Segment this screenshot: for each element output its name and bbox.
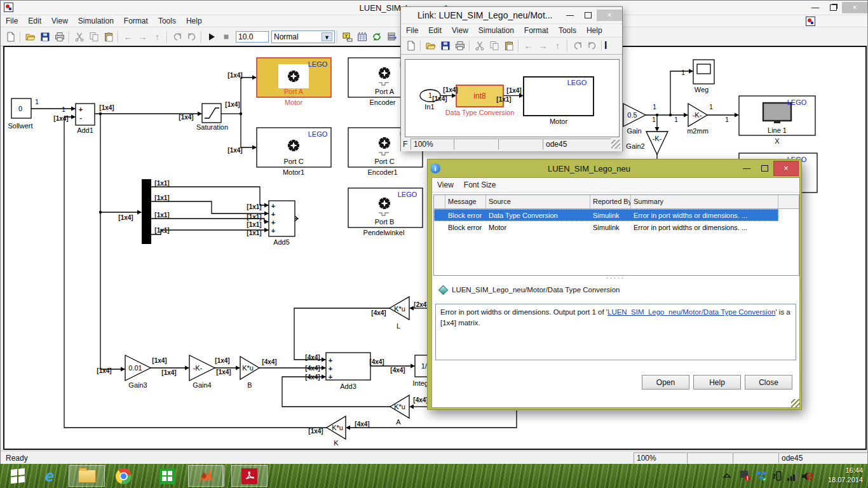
column-reported-by[interactable]: Reported By (590, 195, 631, 208)
table-row[interactable]: Block error Data Type Conversion Simulin… (434, 209, 778, 221)
taskbar-clock[interactable]: 16:44 18.07.2014 (828, 466, 863, 485)
undo-icon[interactable] (170, 30, 184, 44)
cell-reported-by: Simulink (590, 224, 631, 231)
diagnostic-titlebar[interactable]: i LUEN_SIM_Lego_neu — × (428, 159, 801, 177)
sim-stop-time-input[interactable]: 10.0 (236, 31, 269, 43)
splitter-handle[interactable]: ····· (432, 275, 799, 281)
main-menu-item[interactable]: Help (181, 15, 207, 27)
main-menu-item[interactable]: Format (119, 15, 153, 27)
back-icon[interactable]: ← (521, 39, 536, 53)
open-icon[interactable] (423, 39, 438, 53)
main-menu-item[interactable]: Edit (23, 15, 46, 27)
sim-mode-select[interactable]: Normal▼ (271, 30, 335, 43)
refresh-icon[interactable] (369, 30, 384, 44)
main-minimize-button[interactable]: — (806, 2, 824, 13)
close-button[interactable]: Close (745, 375, 792, 390)
help-button[interactable]: Help (693, 375, 741, 390)
print-icon[interactable] (52, 30, 67, 44)
error-detail-box[interactable]: Error in port widths or dimensions. Outp… (435, 304, 796, 360)
copy-icon[interactable] (487, 39, 501, 53)
main-menu-item[interactable]: File (1, 15, 23, 27)
forward-icon[interactable]: → (536, 39, 550, 53)
cut-icon[interactable] (72, 30, 86, 44)
redo-icon[interactable] (184, 30, 199, 44)
main-menu-item[interactable]: Simulation (73, 15, 119, 27)
volume-muted-icon[interactable] (801, 470, 813, 482)
new-icon[interactable] (3, 30, 18, 44)
windows-store-icon[interactable] (153, 465, 182, 487)
column-message[interactable]: Message (445, 195, 486, 208)
link-menu-item[interactable]: Format (519, 25, 553, 36)
chrome-icon[interactable] (109, 465, 137, 487)
save-icon[interactable] (37, 30, 52, 44)
paste-icon[interactable] (101, 30, 116, 44)
open-icon[interactable] (23, 30, 37, 44)
model-browser-icon[interactable] (355, 30, 369, 44)
table-row[interactable]: Block error Motor Simulink Error in port… (434, 221, 778, 233)
main-menu-item[interactable]: View (46, 15, 73, 27)
link-menu-item[interactable]: File (401, 25, 423, 36)
link-close-button[interactable]: × (597, 10, 622, 21)
main-menu-item[interactable]: Tools (153, 15, 181, 27)
link-menu-item[interactable]: View (447, 25, 473, 36)
network-signal-icon[interactable] (787, 470, 798, 482)
status-solver: ode45 (778, 452, 867, 464)
main-close-button[interactable]: × (842, 2, 867, 13)
cut-icon[interactable] (472, 39, 487, 53)
matlab-icon[interactable] (188, 465, 224, 487)
column-filler (778, 195, 799, 208)
diag-maximize-button[interactable] (756, 163, 773, 174)
block-motor-subsystem[interactable] (524, 77, 593, 116)
link-titlebar[interactable]: Link: LUEN_SIM_Lego_neu/Mot... — × (401, 7, 622, 24)
link-menu-item[interactable]: Edit (423, 25, 447, 36)
detail-block-link[interactable]: LUEN_SIM_Lego_neu/Motor/Data Type Conver… (607, 308, 775, 316)
start-button[interactable] (5, 465, 31, 487)
power-plug-icon[interactable] (771, 470, 782, 482)
resize-grip[interactable] (611, 140, 620, 149)
paste-icon[interactable] (501, 39, 516, 53)
file-explorer-icon[interactable] (69, 465, 105, 487)
up-icon[interactable]: ↑ (550, 39, 565, 53)
incremental-build-icon[interactable] (384, 30, 398, 44)
diag-menu-item[interactable]: Font Size (459, 179, 501, 191)
link-menu-item[interactable]: Simulation (473, 25, 519, 36)
up-icon[interactable]: ↑ (150, 30, 165, 44)
dropbox-icon[interactable] (756, 470, 767, 482)
resize-grip[interactable] (791, 399, 799, 407)
library-browser-icon[interactable] (340, 30, 355, 44)
link-minimize-button[interactable]: — (561, 10, 579, 21)
link-canvas[interactable]: 1In1[1x4][1x4]int8Data Type Conversion[1… (405, 59, 620, 137)
error-icon (434, 212, 445, 219)
cell-source: Data Type Conversion (486, 212, 590, 219)
diag-menu-item[interactable]: View (432, 179, 459, 191)
stop-simulation-icon[interactable] (219, 30, 233, 44)
column-summary[interactable]: Summary (631, 195, 778, 208)
diag-close-button[interactable]: × (773, 161, 799, 176)
undo-icon[interactable] (570, 39, 585, 53)
acrobat-reader-icon[interactable] (231, 465, 268, 487)
forward-icon[interactable]: → (135, 30, 150, 44)
internet-explorer-icon[interactable]: e (37, 465, 62, 487)
action-center-flag-icon[interactable] (738, 470, 751, 482)
block-in1-port[interactable] (420, 90, 440, 102)
print-icon[interactable] (452, 39, 467, 53)
link-menu-item[interactable]: Help (581, 25, 607, 36)
new-icon[interactable] (403, 39, 418, 53)
cell-source: Motor (486, 224, 590, 231)
column-source[interactable]: Source (486, 195, 590, 208)
diag-minimize-button[interactable]: — (738, 163, 756, 174)
start-simulation-icon[interactable] (204, 30, 219, 44)
block-data-type-conversion[interactable] (456, 85, 503, 107)
main-restore-button[interactable] (824, 2, 842, 13)
copy-icon[interactable] (86, 30, 101, 44)
column-icon[interactable] (434, 195, 445, 208)
link-menu-item[interactable]: Tools (553, 25, 581, 36)
redo-icon[interactable] (585, 39, 599, 53)
dropdown-arrow-icon[interactable]: ▼ (322, 32, 332, 41)
save-icon[interactable] (438, 39, 452, 53)
show-hidden-icons-chevron[interactable] (722, 471, 732, 481)
link-maximize-button[interactable] (579, 10, 597, 21)
link-menubar: FileEditViewSimulationFormatToolsHelp (401, 24, 622, 37)
open-button[interactable]: Open (642, 375, 689, 390)
back-icon[interactable]: ← (121, 30, 135, 44)
